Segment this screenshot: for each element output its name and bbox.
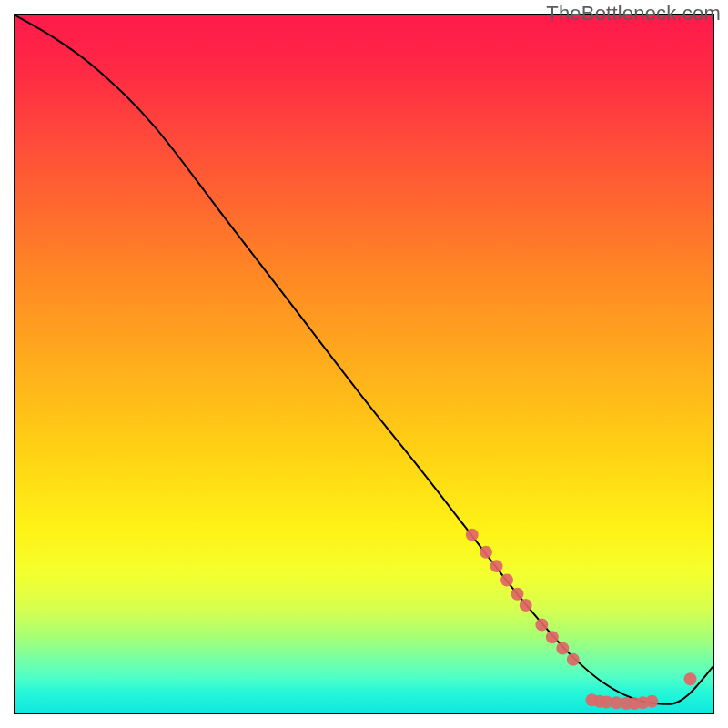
data-point-marker <box>520 599 532 612</box>
plot-frame <box>14 14 714 714</box>
data-point-marker <box>480 546 492 559</box>
bottleneck-curve <box>15 15 713 704</box>
data-point-marker <box>511 588 524 601</box>
data-point-marker <box>567 653 580 666</box>
data-point-marker <box>535 619 548 632</box>
chart-canvas: TheBottleneck.com <box>0 0 728 728</box>
data-point-marker <box>645 695 658 708</box>
data-point-marker <box>500 573 513 586</box>
plot-overlay <box>15 15 713 713</box>
marker-layer <box>466 529 697 710</box>
data-point-marker <box>490 560 503 572</box>
data-point-marker <box>466 529 479 541</box>
data-point-marker <box>684 672 697 685</box>
data-point-marker <box>546 631 559 643</box>
data-point-marker <box>556 642 569 655</box>
